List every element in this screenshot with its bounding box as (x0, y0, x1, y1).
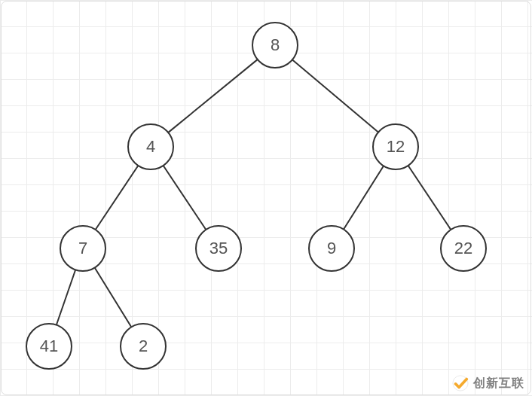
tree-node-22: 22 (440, 225, 487, 272)
tree-node-41: 41 (26, 323, 72, 370)
tree-edge (293, 60, 378, 132)
tree-node-7: 7 (60, 225, 106, 272)
tree-node-value: 9 (327, 239, 336, 258)
tree-edge (344, 166, 384, 229)
tree-node-value: 12 (387, 137, 405, 157)
tree-node-35: 35 (195, 225, 242, 272)
tree-node-value: 7 (78, 239, 87, 258)
tree-node-value: 41 (40, 337, 58, 356)
tree-node-value: 4 (146, 137, 155, 157)
tree-node-value: 22 (454, 239, 472, 258)
tree-edge (164, 166, 206, 229)
tree-edge (57, 270, 75, 324)
tree-node-value: 2 (139, 337, 148, 356)
tree-edge (408, 166, 451, 229)
watermark-text: 创新互联 (473, 376, 524, 391)
tree-node-value: 8 (271, 35, 280, 55)
tree-node-value: 35 (209, 239, 228, 258)
tree-node-4: 4 (127, 123, 174, 170)
tree-edge (96, 166, 138, 229)
tree-node-12: 12 (372, 123, 419, 170)
diagram-canvas: 8 4 12 7 35 9 22 41 2 创新互联 (0, 0, 532, 396)
tree-edge (169, 60, 257, 133)
tree-node-root: 8 (252, 22, 298, 69)
tree-edge (95, 268, 131, 326)
tree-node-9: 9 (308, 225, 355, 272)
watermark: 创新互联 (452, 375, 524, 391)
tree-node-2: 2 (120, 323, 167, 370)
orange-check-logo-icon (452, 375, 469, 391)
